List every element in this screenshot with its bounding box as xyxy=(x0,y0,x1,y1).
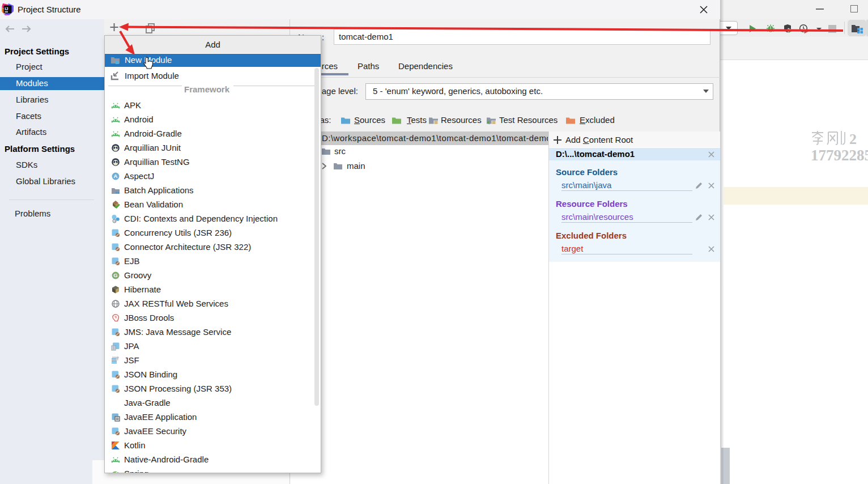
svg-text:A: A xyxy=(114,173,118,179)
svg-text:2: 2 xyxy=(849,131,857,145)
svg-text:G: G xyxy=(113,272,117,278)
svg-text:IJ: IJ xyxy=(5,6,8,11)
